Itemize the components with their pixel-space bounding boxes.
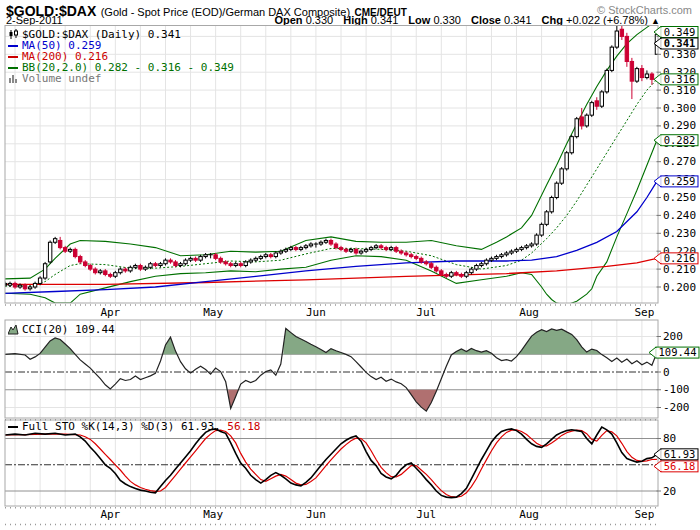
bb-lower-line [5, 140, 657, 305]
price-axis-label: 0.330 [663, 48, 696, 61]
price-callout: 0.349 [654, 26, 698, 38]
area-chart-icon [8, 324, 19, 335]
sto-swatch-icon [8, 426, 18, 428]
svg-text:56.18: 56.18 [664, 460, 696, 472]
price-axis-label: 0.210 [663, 263, 696, 276]
cci-axis-label: 200 [663, 330, 683, 343]
svg-text:0.282: 0.282 [664, 134, 696, 146]
volume-bars-icon [8, 74, 19, 84]
sto-axis-label: 20 [663, 485, 676, 498]
cci-panel [5, 329, 657, 412]
price-axis-label: 0.310 [663, 84, 696, 97]
candlestick-icon [8, 29, 19, 40]
price-axis-label: 0.240 [663, 209, 696, 222]
main-chart-legend: $GOLD:$DAX (Daily) 0.341 MA(50) 0.259 MA… [8, 29, 234, 84]
stockcharts-chart: $GOLD:$DAX (Gold - Spot Price (EOD)/Germ… [0, 0, 700, 530]
sto-legend-label-red: 56.18 [227, 421, 260, 432]
cci-axis-label: -100 [663, 383, 690, 396]
cci-legend: CCI(20) 109.44 [8, 324, 115, 335]
sto-panel [5, 427, 657, 498]
svg-text:109.44: 109.44 [659, 346, 697, 358]
month-axis-label: Sep [634, 306, 654, 319]
price-callout: 0.259 [654, 175, 698, 187]
month-axis-label: May [203, 306, 223, 319]
svg-text:61.93: 61.93 [664, 448, 696, 460]
month-axis-label: Apr [100, 306, 120, 319]
ma200-swatch-icon [8, 56, 18, 58]
month-axis-label: May [203, 508, 223, 521]
ma200-line [5, 258, 657, 284]
price-callout: 61.93 [654, 448, 698, 460]
legend-volume-row: Volume undef [8, 73, 234, 84]
svg-text:0.316: 0.316 [664, 73, 696, 85]
month-axis-label: Jun [306, 508, 326, 521]
cci-axis-label: 0 [663, 366, 670, 379]
sto-axis-label: 80 [663, 432, 676, 445]
svg-text:0.341: 0.341 [664, 37, 696, 49]
price-axis-label: 0.250 [663, 191, 696, 204]
sto-legend-row: Full STO %K(14,3) %D(3) 61.93, 56.18 [8, 421, 260, 432]
price-axis-label: 0.300 [663, 102, 696, 115]
sto-legend-label-black: Full STO %K(14,3) %D(3) 61.93, [22, 421, 221, 432]
price-callout: 0.341 [654, 37, 698, 49]
svg-text:0.216: 0.216 [664, 252, 696, 264]
month-axis-label: Jul [416, 306, 436, 319]
price-axis-label: 0.270 [663, 155, 696, 168]
price-axis-label: 0.290 [663, 119, 696, 132]
month-axis-label: Jul [416, 508, 436, 521]
month-axis-label: Jun [306, 306, 326, 319]
cci-legend-label: CCI(20) 109.44 [22, 324, 115, 335]
month-axis-label: Apr [100, 508, 120, 521]
month-axis-label: Aug [519, 306, 539, 319]
price-callout: 0.316 [654, 73, 698, 85]
price-callout: 109.44 [649, 346, 699, 358]
price-callout: 56.18 [654, 460, 698, 472]
price-callout: 0.216 [654, 252, 698, 264]
price-callout: 0.282 [654, 134, 698, 146]
month-axis-label: Sep [634, 508, 654, 521]
price-axis-label: 0.230 [663, 227, 696, 240]
month-axis-label: Aug [519, 508, 539, 521]
sto-d-line [5, 430, 657, 497]
svg-text:0.349: 0.349 [664, 26, 696, 38]
sto-legend: Full STO %K(14,3) %D(3) 61.93, 56.18 [8, 421, 260, 432]
svg-text:0.259: 0.259 [664, 175, 696, 187]
ma50-swatch-icon [8, 45, 18, 47]
cci-legend-row: CCI(20) 109.44 [8, 324, 115, 335]
bb-swatch-icon [8, 67, 18, 69]
chart-canvas: 0.2000.2100.2200.2300.2400.2500.2600.270… [0, 25, 700, 530]
legend-volume-label: Volume undef [22, 73, 101, 84]
price-axis-label: 0.200 [663, 281, 696, 294]
bb-mid-line [5, 79, 657, 286]
cci-axis-label: -200 [663, 401, 690, 414]
